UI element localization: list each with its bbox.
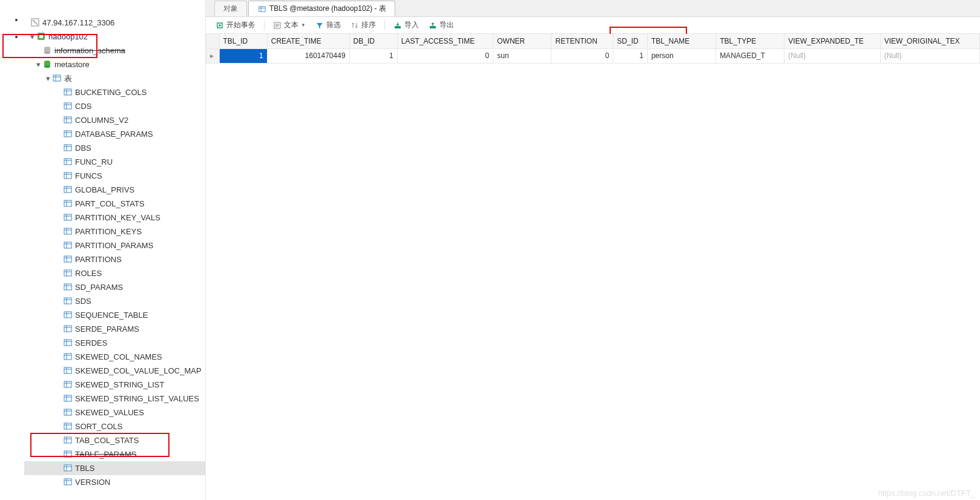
column-header-tbl_type[interactable]: TBL_TYPE: [716, 34, 784, 48]
column-header-retention[interactable]: RETENTION: [551, 34, 613, 48]
table-label: FUNCS: [75, 169, 102, 183]
cell-sd_id[interactable]: 1: [613, 48, 648, 63]
table-label: BUCKETING_COLS: [75, 85, 146, 99]
cell-create_time[interactable]: 1601470449: [267, 48, 349, 63]
table-item-columns_v2[interactable]: COLUMNS_V2: [24, 113, 205, 127]
object-tree-sidebar[interactable]: 47.94.167.112_3306 ▾ hadoop102: [0, 0, 206, 500]
table-item-sequence_table[interactable]: SEQUENCE_TABLE: [24, 308, 205, 322]
table-icon: [63, 171, 73, 180]
table-label: SKEWED_COL_VALUE_LOC_MAP: [75, 364, 202, 378]
table-item-table_params[interactable]: TABLE_PARAMS: [24, 447, 205, 461]
table-item-sort_cols[interactable]: SORT_COLS: [24, 419, 205, 433]
table-item-global_privs[interactable]: GLOBAL_PRIVS: [24, 183, 205, 197]
cell-retention[interactable]: 0: [551, 48, 613, 63]
cell-tbl_name[interactable]: person: [647, 48, 715, 63]
cell-db_id[interactable]: 1: [349, 48, 397, 63]
column-header-view_original_tex[interactable]: VIEW_ORIGINAL_TEX: [880, 34, 979, 48]
column-header-view_expanded_te[interactable]: VIEW_EXPANDED_TE: [784, 34, 880, 48]
table-item-sds[interactable]: SDS: [24, 294, 205, 308]
table-item-serde_params[interactable]: SERDE_PARAMS: [24, 322, 205, 336]
table-item-roles[interactable]: ROLES: [24, 266, 205, 280]
tables-group[interactable]: ▾ 表: [24, 71, 205, 85]
cell-tbl_type[interactable]: MANAGED_T: [716, 48, 784, 63]
table-item-version[interactable]: VERSION: [24, 475, 205, 489]
table-item-skewed_string_list[interactable]: SKEWED_STRING_LIST: [24, 378, 205, 392]
import-button[interactable]: 导入: [391, 19, 421, 31]
table-item-skewed_col_names[interactable]: SKEWED_COL_NAMES: [24, 350, 205, 364]
table-label: SKEWED_VALUES: [75, 406, 144, 419]
begin-transaction-button[interactable]: 开始事务: [213, 19, 258, 31]
table-label: PARTITION_KEY_VALS: [75, 211, 160, 225]
table-item-cds[interactable]: CDS: [24, 99, 205, 113]
table-icon: [63, 226, 73, 236]
table-item-tbls[interactable]: TBLS: [24, 461, 205, 475]
toolbar-label: 筛选: [326, 20, 341, 30]
table-item-partition_params[interactable]: PARTITION_PARAMS: [24, 238, 205, 252]
table-item-partition_key_vals[interactable]: PARTITION_KEY_VALS: [24, 211, 205, 225]
column-header-tbl_name[interactable]: TBL_NAME: [647, 34, 715, 48]
toolbar-divider: [264, 21, 265, 30]
column-header-db_id[interactable]: DB_ID: [349, 34, 397, 48]
result-grid[interactable]: TBL_IDCREATE_TIMEDB_IDLAST_ACCESS_TIMEOW…: [206, 34, 980, 500]
table-label: ROLES: [75, 266, 102, 280]
table-label: PARTITIONS: [75, 252, 122, 266]
svg-rect-2: [39, 35, 43, 38]
transaction-icon: [215, 21, 224, 30]
cell-tbl_id[interactable]: 1: [219, 48, 267, 63]
table-item-func_ru[interactable]: FUNC_RU: [24, 155, 205, 169]
column-header-sd_id[interactable]: SD_ID: [613, 34, 648, 48]
table-toolbar: 开始事务 文本 ▼ 筛选 排序: [206, 17, 980, 34]
table-item-funcs[interactable]: FUNCS: [24, 169, 205, 183]
tab-objects[interactable]: 对象: [214, 1, 247, 16]
table-icon: [63, 87, 73, 97]
table-icon: [63, 324, 73, 334]
chevron-down-icon: ▼: [301, 22, 306, 28]
connection-closed-47-94[interactable]: 47.94.167.112_3306: [24, 16, 205, 30]
table-icon: [63, 143, 73, 153]
table-item-part_col_stats[interactable]: PART_COL_STATS: [24, 197, 205, 211]
column-header-create_time[interactable]: CREATE_TIME: [267, 34, 349, 48]
cell-view_original_tex[interactable]: (Null): [880, 48, 979, 63]
svg-rect-33: [64, 186, 71, 192]
export-button[interactable]: 导出: [426, 19, 456, 31]
text-mode-button[interactable]: 文本 ▼: [271, 19, 308, 31]
sort-button[interactable]: 排序: [348, 19, 378, 31]
column-header-tbl_id[interactable]: TBL_ID: [219, 34, 267, 48]
table-item-sd_params[interactable]: SD_PARAMS: [24, 280, 205, 294]
table-item-serdes[interactable]: SERDES: [24, 336, 205, 350]
svg-rect-69: [64, 354, 71, 360]
column-header-owner[interactable]: OWNER: [493, 34, 551, 48]
table-item-skewed_col_value_loc_map[interactable]: SKEWED_COL_VALUE_LOC_MAP: [24, 364, 205, 378]
svg-point-5: [44, 51, 50, 54]
connection-hadoop102[interactable]: ▾ hadoop102: [24, 30, 205, 44]
svg-rect-90: [64, 451, 71, 457]
table-icon: [63, 185, 73, 194]
table-item-tab_col_stats[interactable]: TAB_COL_STATS: [24, 433, 205, 447]
schema-information-schema[interactable]: information_schema: [24, 44, 205, 58]
table-item-skewed_string_list_values[interactable]: SKEWED_STRING_LIST_VALUES: [24, 392, 205, 406]
table-icon: [63, 338, 73, 347]
table-icon: [63, 115, 73, 125]
cell-view_expanded_te[interactable]: (Null): [784, 48, 880, 63]
row-indicator-icon: ▸: [206, 48, 220, 63]
filter-button[interactable]: 筛选: [313, 19, 343, 31]
table-item-dbs[interactable]: DBS: [24, 141, 205, 155]
cell-last_access_time[interactable]: 0: [397, 48, 493, 63]
svg-point-8: [44, 65, 50, 68]
table-item-partition_keys[interactable]: PARTITION_KEYS: [24, 225, 205, 238]
table-row[interactable]: ▸1160147044910sun01personMANAGED_T(Null)…: [206, 48, 980, 63]
import-icon: [393, 21, 402, 30]
table-item-database_params[interactable]: DATABASE_PARAMS: [24, 127, 205, 141]
schema-metastore[interactable]: ▾ metastore: [24, 58, 205, 71]
column-header-last_access_time[interactable]: LAST_ACCESS_TIME: [397, 34, 493, 48]
svg-rect-63: [64, 326, 71, 332]
table-icon: [257, 4, 267, 14]
table-item-partitions[interactable]: PARTITIONS: [24, 252, 205, 266]
connection-label: 47.94.167.112_3306: [42, 16, 114, 30]
tab-tbls-table[interactable]: TBLS @metastore (hadoop102) - 表: [248, 1, 395, 16]
svg-rect-84: [64, 423, 71, 429]
table-icon: [63, 212, 73, 222]
table-item-skewed_values[interactable]: SKEWED_VALUES: [24, 406, 205, 419]
table-item-bucketing_cols[interactable]: BUCKETING_COLS: [24, 85, 205, 99]
cell-owner[interactable]: sun: [493, 48, 551, 63]
